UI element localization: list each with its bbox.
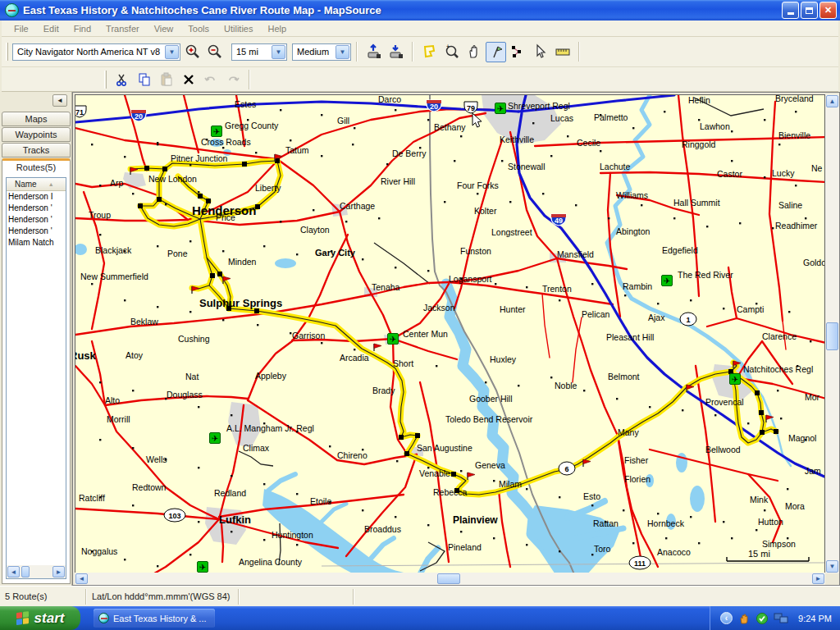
- route-waypoint-square[interactable]: [415, 433, 420, 438]
- routes-list[interactable]: Name ▲ Henderson IHenderson 'Henderson '…: [6, 177, 66, 579]
- scroll-right-icon[interactable]: ►: [52, 566, 65, 578]
- route-waypoint-square[interactable]: [162, 167, 167, 171]
- scroll-left-icon[interactable]: ◄: [75, 573, 88, 584]
- menu-tools[interactable]: Tools: [180, 22, 217, 35]
- tab-maps[interactable]: Maps: [2, 112, 71, 126]
- tab-tracks[interactable]: Tracks: [2, 143, 71, 158]
- map-vertical-scrollbar[interactable]: ▲ ▼: [825, 94, 839, 573]
- name-column-header[interactable]: Name: [15, 180, 37, 189]
- route-waypoint-square[interactable]: [399, 435, 404, 440]
- route-tool-button[interactable]: [508, 42, 528, 62]
- start-button[interactable]: start: [0, 606, 80, 630]
- map-scale-select[interactable]: 15 mi ▼: [231, 43, 287, 61]
- scrollbar-thumb[interactable]: [21, 566, 30, 578]
- scrollbar-thumb[interactable]: [437, 573, 460, 584]
- scroll-right-icon[interactable]: ►: [812, 573, 824, 584]
- route-list-item[interactable]: Henderson ': [7, 203, 66, 214]
- route-list-item[interactable]: Henderson I: [7, 191, 66, 203]
- route-waypoint-square[interactable]: [451, 472, 456, 477]
- route-list-item[interactable]: Henderson ': [7, 214, 66, 226]
- toolbar-grip[interactable]: [6, 43, 8, 61]
- map-tool-button[interactable]: [419, 42, 440, 62]
- map-canvas[interactable]: ✈✈✈✈✈✈✈ 202049797116103111 EstesDarcoShr…: [75, 94, 825, 573]
- toolbar-grip[interactable]: [104, 71, 107, 89]
- airport-icon[interactable]: ✈: [212, 126, 222, 137]
- measure-tool-button[interactable]: [552, 42, 573, 62]
- scrollbar-thumb[interactable]: [826, 322, 838, 350]
- route-waypoint-square[interactable]: [242, 162, 247, 167]
- hide-icons-chevron[interactable]: ‹: [720, 612, 733, 624]
- scroll-left-icon[interactable]: ◄: [7, 566, 20, 578]
- send-to-device-button[interactable]: [363, 42, 384, 62]
- scroll-up-icon[interactable]: ▲: [826, 95, 838, 107]
- route-waypoint-square[interactable]: [198, 194, 203, 199]
- route-waypoint-square[interactable]: [275, 158, 280, 163]
- waypoint-flag-icon[interactable]: [468, 472, 475, 480]
- map-town-dot: [559, 496, 560, 498]
- airport-icon[interactable]: ✈: [495, 103, 506, 114]
- close-button[interactable]: ✕: [819, 2, 837, 19]
- airport-icon[interactable]: ✈: [730, 374, 741, 385]
- receive-from-device-button[interactable]: [386, 42, 406, 62]
- route-waypoint-square[interactable]: [774, 429, 778, 434]
- waypoint-tool-button[interactable]: [486, 42, 506, 62]
- route-waypoint-square[interactable]: [759, 410, 764, 415]
- zoom-out-button[interactable]: [203, 42, 224, 62]
- menu-edit[interactable]: Edit: [36, 22, 66, 35]
- waypoint-flag-icon[interactable]: [374, 344, 381, 351]
- airport-icon[interactable]: ✈: [198, 562, 208, 573]
- collapse-panel-button[interactable]: ◄: [52, 94, 67, 107]
- menu-help[interactable]: Help: [260, 22, 294, 35]
- minimize-button[interactable]: [782, 2, 799, 19]
- zoom-tool-button[interactable]: +: [441, 42, 462, 62]
- zoom-in-button[interactable]: [181, 42, 202, 62]
- tray-shield-icon[interactable]: [756, 612, 769, 625]
- map-city-label: Bienville: [778, 130, 810, 140]
- airport-icon[interactable]: ✈: [210, 433, 221, 444]
- map-horizontal-scrollbar[interactable]: ◄ ►: [75, 573, 825, 585]
- route-waypoint-square[interactable]: [760, 430, 765, 435]
- airport-icon[interactable]: ✈: [388, 334, 399, 345]
- tab-waypoints[interactable]: Waypoints: [2, 127, 71, 142]
- route-waypoint-square[interactable]: [217, 272, 222, 276]
- copy-button[interactable]: [134, 69, 154, 89]
- route-waypoint-square[interactable]: [404, 451, 409, 456]
- cut-button[interactable]: [112, 69, 132, 89]
- menu-view[interactable]: View: [147, 22, 181, 35]
- hand-tool-button[interactable]: [463, 42, 484, 62]
- route-waypoint-square[interactable]: [138, 203, 143, 208]
- route-waypoint-square[interactable]: [144, 166, 149, 171]
- map-city-label: Jam: [805, 466, 821, 476]
- map-city-label: San Augustine: [417, 443, 472, 453]
- route-waypoint-square[interactable]: [210, 273, 215, 278]
- chevron-down-icon[interactable]: ▼: [336, 45, 349, 59]
- waypoint-flag-icon[interactable]: [583, 459, 591, 467]
- menu-transfer[interactable]: Transfer: [98, 22, 147, 35]
- scroll-down-icon[interactable]: ▼: [826, 560, 838, 573]
- route-waypoint-square[interactable]: [755, 390, 760, 395]
- chevron-down-icon[interactable]: ▼: [272, 45, 285, 59]
- paste-button[interactable]: [156, 69, 176, 89]
- undo-button[interactable]: [200, 69, 221, 89]
- tray-hand-icon[interactable]: [737, 612, 751, 625]
- taskbar-task-button[interactable]: East Texas History & ...: [94, 609, 215, 628]
- menu-utilities[interactable]: Utilities: [217, 22, 260, 35]
- routes-list-hscrollbar[interactable]: ◄ ►: [7, 565, 66, 578]
- routes-list-header[interactable]: Name ▲: [7, 178, 66, 191]
- route-list-item[interactable]: Henderson ': [7, 226, 66, 237]
- menu-file[interactable]: File: [7, 22, 36, 35]
- route-list-item[interactable]: Milam Natch: [7, 237, 66, 249]
- redo-button[interactable]: [222, 69, 243, 89]
- chevron-down-icon[interactable]: ▼: [165, 45, 179, 59]
- map-town-dot: [600, 150, 601, 152]
- delete-button[interactable]: [178, 69, 199, 89]
- airport-icon[interactable]: ✈: [662, 276, 673, 286]
- tray-network-icon[interactable]: [774, 612, 788, 625]
- menu-find[interactable]: Find: [66, 22, 98, 35]
- restore-button[interactable]: [801, 2, 818, 19]
- map-town-dot: [454, 160, 455, 162]
- product-select[interactable]: City Navigator North America NT v8 ▼: [12, 43, 180, 61]
- selection-tool-button[interactable]: [530, 42, 550, 62]
- route-waypoint-square[interactable]: [157, 197, 162, 202]
- detail-level-select[interactable]: Medium ▼: [292, 43, 351, 61]
